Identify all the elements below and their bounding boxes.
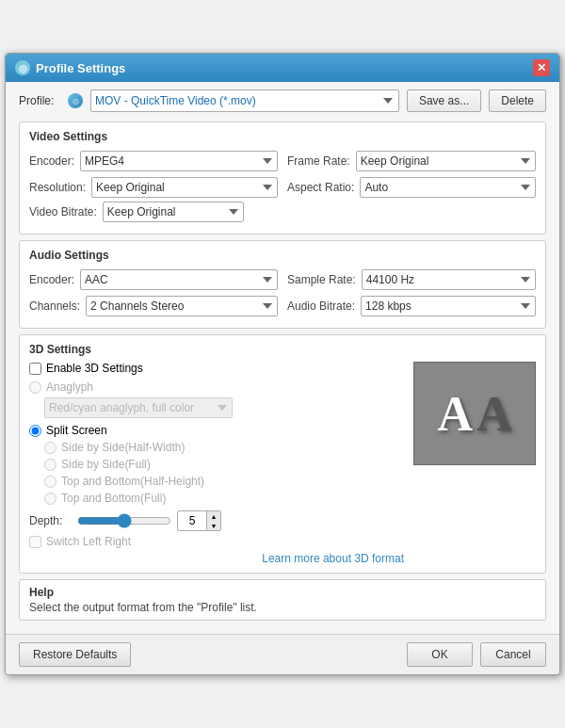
restore-defaults-button[interactable]: Restore Defaults <box>19 642 131 667</box>
side-by-side-half-label: Side by Side(Half-Width) <box>61 441 185 454</box>
profile-label: Profile: <box>19 94 60 107</box>
anaglyph-label: Anaglyph <box>46 380 93 394</box>
channels-label: Channels: <box>29 299 80 313</box>
aa-preview: A A <box>437 386 511 442</box>
depth-slider[interactable] <box>77 513 171 528</box>
help-text: Select the output format from the "Profi… <box>29 601 536 614</box>
anaglyph-radio[interactable] <box>29 381 41 394</box>
video-bitrate-dropdown[interactable]: Keep Original <box>103 202 244 222</box>
audio-bitrate-row: Audio Bitrate: 128 kbps <box>287 296 536 316</box>
audio-bitrate-dropdown[interactable]: 128 kbps <box>361 296 536 316</box>
learn-more-link[interactable]: Learn more about 3D format <box>29 552 404 565</box>
audio-encoder-dropdown[interactable]: AAC <box>80 269 278 290</box>
sample-rate-row: Sample Rate: 44100 Hz <box>287 269 536 290</box>
audio-settings-title: Audio Settings <box>29 249 536 262</box>
resolution-row: Resolution: Keep Original <box>29 177 278 198</box>
top-bottom-half-radio[interactable] <box>44 476 56 488</box>
switch-lr-row: Switch Left Right <box>29 535 404 548</box>
side-by-side-half-radio[interactable] <box>44 442 56 454</box>
top-bottom-full-row: Top and Bottom(Full) <box>44 492 404 505</box>
profile-icon: ◎ <box>68 93 83 108</box>
side-by-side-full-label: Side by Side(Full) <box>61 458 151 471</box>
profile-row: Profile: ◎ MOV - QuickTime Video (*.mov)… <box>19 89 546 112</box>
video-bitrate-label: Video Bitrate: <box>29 205 97 218</box>
sample-rate-dropdown[interactable]: 44100 Hz <box>362 269 536 290</box>
depth-value-box: ▲ ▼ <box>177 510 221 531</box>
top-bottom-half-row: Top and Bottom(Half-Height) <box>44 475 404 488</box>
switch-lr-checkbox[interactable] <box>29 536 41 548</box>
video-bitrate-row: Video Bitrate: Keep Original <box>29 202 536 222</box>
split-screen-label: Split Screen <box>46 424 107 437</box>
encoder-dropdown[interactable]: MPEG4 <box>80 151 278 171</box>
help-section: Help Select the output format from the "… <box>19 579 546 621</box>
app-icon: ◎ <box>15 60 30 75</box>
save-as-button[interactable]: Save as... <box>407 89 481 112</box>
delete-button[interactable]: Delete <box>489 89 546 112</box>
video-settings-section: Video Settings Encoder: MPEG4 Frame Rate… <box>19 121 546 235</box>
cancel-button[interactable]: Cancel <box>480 642 546 667</box>
title-bar: ◎ Profile Settings ✕ <box>6 54 559 82</box>
aspect-ratio-dropdown[interactable]: Auto <box>360 177 536 198</box>
frame-rate-row: Frame Rate: Keep Original <box>287 151 536 171</box>
channels-row: Channels: 2 Channels Stereo <box>29 296 278 316</box>
threed-settings-section: 3D Settings Enable 3D Settings Anaglyph <box>19 334 546 574</box>
frame-rate-label: Frame Rate: <box>287 154 350 168</box>
preview-letter-right: A <box>476 386 512 442</box>
preview-letter-left: A <box>437 386 473 442</box>
depth-label: Depth: <box>29 514 72 527</box>
aspect-ratio-label: Aspect Ratio: <box>287 181 354 194</box>
depth-row: Depth: ▲ ▼ <box>29 510 404 531</box>
threed-settings-title: 3D Settings <box>29 343 536 356</box>
top-bottom-full-radio[interactable] <box>44 493 56 505</box>
side-by-side-full-radio[interactable] <box>44 459 56 471</box>
depth-increment-button[interactable]: ▲ <box>207 511 220 521</box>
sample-rate-label: Sample Rate: <box>287 273 356 286</box>
enable-3d-label: Enable 3D Settings <box>46 362 143 375</box>
enable-3d-row: Enable 3D Settings <box>29 362 404 375</box>
audio-bitrate-label: Audio Bitrate: <box>287 299 355 313</box>
profile-dropdown[interactable]: MOV - QuickTime Video (*.mov) <box>90 89 399 112</box>
top-bottom-full-label: Top and Bottom(Full) <box>61 492 166 505</box>
footer: Restore Defaults OK Cancel <box>6 634 559 674</box>
side-by-side-full-row: Side by Side(Full) <box>44 458 404 471</box>
title-bar-left: ◎ Profile Settings <box>15 60 125 75</box>
audio-settings-section: Audio Settings Encoder: AAC Sample Rate:… <box>19 240 546 329</box>
encoder-row: Encoder: MPEG4 <box>29 151 278 171</box>
audio-encoder-row: Encoder: AAC <box>29 269 278 290</box>
side-by-side-half-row: Side by Side(Half-Width) <box>44 441 404 454</box>
top-bottom-half-label: Top and Bottom(Half-Height) <box>61 475 204 488</box>
split-screen-row: Split Screen <box>29 424 404 437</box>
channels-dropdown[interactable]: 2 Channels Stereo <box>86 296 278 316</box>
anaglyph-dropdown-row: Red/cyan anaglyph, full color <box>44 397 404 418</box>
audio-settings-grid: Encoder: AAC Sample Rate: 44100 Hz Chann… <box>29 269 536 316</box>
resolution-dropdown[interactable]: Keep Original <box>91 177 278 198</box>
encoder-label: Encoder: <box>29 154 74 168</box>
resolution-label: Resolution: <box>29 181 86 194</box>
video-settings-grid: Encoder: MPEG4 Frame Rate: Keep Original… <box>29 151 536 198</box>
enable-3d-checkbox[interactable] <box>29 363 41 375</box>
audio-encoder-label: Encoder: <box>29 273 74 286</box>
depth-input[interactable] <box>178 512 206 529</box>
threed-preview: A A <box>413 362 536 465</box>
ok-button[interactable]: OK <box>407 642 473 667</box>
switch-lr-label: Switch Left Right <box>46 535 131 548</box>
split-screen-radio[interactable] <box>29 425 41 437</box>
aspect-ratio-row: Aspect Ratio: Auto <box>287 177 536 198</box>
video-settings-title: Video Settings <box>29 130 536 143</box>
dialog-title: Profile Settings <box>36 61 125 75</box>
anaglyph-row: Anaglyph <box>29 380 404 394</box>
footer-right: OK Cancel <box>407 642 546 667</box>
dialog-body: Profile: ◎ MOV - QuickTime Video (*.mov)… <box>6 82 559 634</box>
help-title: Help <box>29 586 536 599</box>
profile-settings-dialog: ◎ Profile Settings ✕ Profile: ◎ MOV - Qu… <box>5 53 560 675</box>
threed-left: Enable 3D Settings Anaglyph Red/cyan ana… <box>29 362 404 565</box>
close-button[interactable]: ✕ <box>533 59 550 76</box>
threed-content: Enable 3D Settings Anaglyph Red/cyan ana… <box>29 362 536 565</box>
frame-rate-dropdown[interactable]: Keep Original <box>356 151 536 171</box>
anaglyph-type-dropdown[interactable]: Red/cyan anaglyph, full color <box>44 397 233 418</box>
depth-spinner-arrows: ▲ ▼ <box>206 511 220 530</box>
depth-decrement-button[interactable]: ▼ <box>207 521 220 530</box>
